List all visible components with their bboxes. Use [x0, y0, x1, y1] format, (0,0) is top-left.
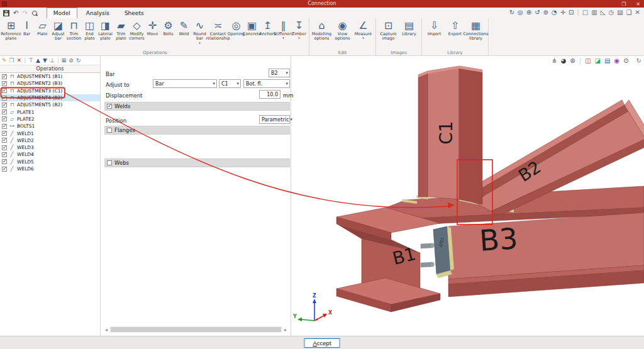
ribbon-button[interactable]: ⊓ Trim section [66, 19, 82, 45]
edit-operation-icon[interactable]: ✎ [2, 56, 7, 65]
orbit-3d-icon[interactable]: ⊛ [570, 57, 575, 65]
ribbon-button[interactable]: ▰ Trim plate [113, 19, 129, 45]
move-bottom-icon[interactable]: ⊥ [50, 56, 55, 65]
operation-checkbox[interactable] [2, 102, 7, 108]
ribbon-button[interactable]: ⊡ Capture image [378, 19, 399, 42]
close-view-icon[interactable]: ✕ [635, 9, 640, 16]
ribbon-button[interactable]: ∿ Round bar ▾ [192, 19, 208, 45]
ribbon-button[interactable]: ▱ Plate [35, 19, 50, 45]
zoom-select-icon[interactable]: ⊚ [543, 9, 548, 16]
rotate-model-icon[interactable]: ↻ [636, 57, 641, 65]
operation-tree-item[interactable]: ╱ WELD5 [0, 158, 100, 165]
operation-checkbox[interactable] [2, 96, 7, 101]
webs-checkbox[interactable] [107, 160, 112, 165]
connection-3d-scene[interactable]: B2 C1 B3 B1 [291, 56, 644, 336]
operation-checkbox[interactable] [2, 159, 7, 164]
solid-view-icon[interactable]: □ [582, 9, 588, 16]
operation-checkbox[interactable] [2, 74, 7, 79]
ribbon-button[interactable]: ⌂ Modelling options [311, 19, 332, 42]
operation-checkbox[interactable] [2, 167, 7, 172]
model-viewport[interactable]: ⋔◕⊛|◫◪▤◉⊙ ↻ B2 C1 [291, 56, 644, 336]
operation-checkbox[interactable] [2, 131, 7, 136]
orbit-icon[interactable]: ◔ [552, 9, 557, 16]
clipping-icon[interactable]: ◫ [585, 57, 591, 65]
ribbon-button[interactable]: ◇ Modify corners [129, 19, 145, 45]
ribbon-button[interactable]: ∠ Measure ▾ [353, 19, 374, 42]
search-operations-icon[interactable]: ⊘ [69, 56, 74, 65]
move-down-icon[interactable]: ▼ [43, 56, 47, 65]
zoom-in-out-icon[interactable]: ⊕ [526, 9, 531, 16]
fit-screen-icon[interactable]: ⊡ [569, 9, 574, 16]
ribbon-tab[interactable]: Model [47, 8, 77, 18]
protractor-icon[interactable]: ◺ [601, 9, 606, 16]
close-window-button[interactable]: ✕ [636, 1, 640, 7]
welds-section-header[interactable]: Welds [104, 102, 290, 111]
report-icon[interactable]: ▤ [617, 9, 623, 16]
scrollbar-track[interactable] [109, 326, 282, 333]
ribbon-tab[interactable]: Analysis [80, 8, 116, 18]
layers-icon[interactable]: ▤ [604, 57, 610, 65]
move-top-icon[interactable]: ⊤ [28, 56, 33, 65]
flanges-checkbox[interactable] [107, 128, 112, 133]
ribbon-button[interactable]: ◎ Opening [228, 19, 244, 45]
search-icon[interactable] [31, 10, 38, 16]
member-b1[interactable]: B1 [336, 208, 440, 312]
displacement-input[interactable]: 10.0 [259, 90, 280, 99]
operation-checkbox[interactable] [2, 145, 7, 150]
restore-window-button[interactable]: ❐ [621, 1, 626, 7]
operation-tree-item[interactable]: ▱ PLATE1 [0, 108, 100, 115]
ribbon-button[interactable]: ✛ Move [145, 19, 160, 45]
shading-icon[interactable]: ◕ [561, 57, 567, 65]
ribbon-button[interactable]: ↧ Timber ▾ [291, 19, 307, 45]
ribbon-button[interactable]: ✎ Weld [176, 19, 192, 45]
operation-checkbox[interactable] [2, 88, 7, 93]
operation-tree-item[interactable]: ╱ WELD1 [0, 130, 100, 136]
fin-plate[interactable]: ATE1 [421, 226, 454, 278]
rotate-view-icon[interactable]: ↻ [509, 9, 514, 16]
render-icon[interactable]: ◉ [614, 57, 619, 65]
operation-tree-item[interactable]: ╱ WELD6 [0, 165, 100, 172]
pan-icon[interactable]: ✛ [560, 9, 565, 16]
undo-icon[interactable]: ↶ [13, 10, 18, 16]
bar-select[interactable]: B2 [269, 69, 290, 77]
axes-icon[interactable]: ⋔ [552, 57, 557, 65]
ribbon-button[interactable]: ▦ Connections library [465, 19, 486, 42]
adjust-to-member-select[interactable]: C1 [219, 79, 241, 88]
ribbon-button[interactable]: ⇩ Import [424, 19, 445, 42]
ribbon-button[interactable]: ⚙ Bolts [160, 19, 176, 45]
operation-checkbox[interactable] [2, 124, 7, 129]
webs-section-header[interactable]: Webs [104, 158, 290, 167]
save-icon[interactable] [3, 10, 9, 16]
separator[interactable]: | [579, 57, 581, 65]
ribbon-button[interactable]: ▤ Library [399, 19, 419, 42]
operation-checkbox[interactable] [2, 109, 7, 114]
ribbon-button[interactable]: ◉ View options [332, 19, 353, 42]
ribbon-button[interactable]: ∥ Stiffeners ▾ [275, 19, 291, 45]
ribbon-button[interactable]: ◪ Adjust bar [50, 19, 66, 45]
clock-icon[interactable]: ◷ [608, 9, 614, 16]
operation-tree-item[interactable]: ⊓ ADJUSTMENT4 (B2) [0, 94, 100, 101]
scroll-left-icon[interactable]: ◂ [103, 327, 109, 333]
separator[interactable]: | [577, 9, 579, 16]
visibility-icon[interactable]: ⊙ [623, 57, 628, 65]
flanges-section-header[interactable]: Flanges [104, 126, 290, 135]
refresh-view-icon[interactable]: ↺ [535, 9, 540, 16]
operation-tree-item[interactable]: ⊓ ADJUSTMENT3 (C1) [0, 87, 100, 94]
zoom-window-icon[interactable]: ◎ [518, 9, 523, 16]
redo-icon[interactable]: ↷ [22, 10, 27, 16]
position-select[interactable]: Parametric [259, 115, 290, 124]
scrollbar-thumb[interactable] [111, 327, 281, 332]
move-up-icon[interactable]: ▲ [36, 56, 40, 65]
accept-button[interactable]: Accept [304, 338, 340, 348]
operation-checkbox[interactable] [2, 116, 7, 121]
separator[interactable]: | [24, 56, 26, 65]
ribbon-button[interactable]: ▣ Concrete [244, 19, 260, 45]
ribbon-button[interactable]: Ⅰ Bar [19, 19, 35, 45]
operation-tree-item[interactable]: ⊓ ADJUSTMENT5 (B2) [0, 101, 100, 108]
group-tree-icon[interactable]: ⊞ [62, 56, 67, 65]
ribbon-button[interactable]: ◨ Lateral plate [97, 19, 113, 45]
comment-icon[interactable]: ❑ [626, 9, 632, 16]
operation-tree-item[interactable]: ⊶ BOLTS1 [0, 123, 100, 130]
operation-tree-item[interactable]: ⊓ ADJUSTMENT2 (B3) [0, 80, 100, 87]
member-c1[interactable]: C1 [418, 66, 482, 204]
